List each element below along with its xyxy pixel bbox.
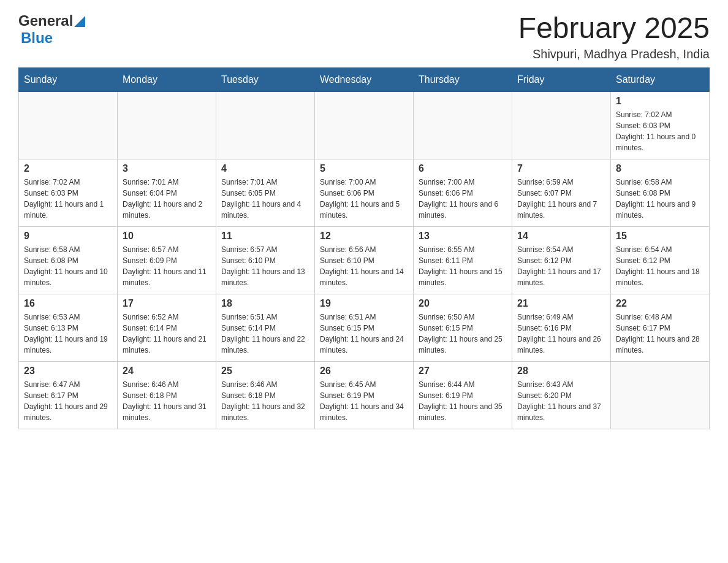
day-number: 4 [221,163,309,174]
day-info: Sunrise: 6:58 AMSunset: 6:08 PMDaylight:… [24,244,112,288]
calendar-week-row: 9Sunrise: 6:58 AMSunset: 6:08 PMDaylight… [19,226,710,294]
day-number: 27 [419,366,507,377]
day-info: Sunrise: 6:51 AMSunset: 6:14 PMDaylight:… [221,312,309,356]
header-sunday: Sunday [19,67,118,91]
day-info: Sunrise: 6:55 AMSunset: 6:11 PMDaylight:… [419,244,507,288]
table-row: 10Sunrise: 6:57 AMSunset: 6:09 PMDayligh… [118,226,216,294]
day-number: 22 [616,298,704,309]
page-header: General Blue February 2025 Shivpuri, Mad… [18,12,710,61]
day-number: 10 [123,231,211,242]
table-row: 2Sunrise: 7:02 AMSunset: 6:03 PMDaylight… [19,159,118,226]
day-number: 7 [517,163,605,174]
table-row: 27Sunrise: 6:44 AMSunset: 6:19 PMDayligh… [414,361,512,429]
table-row: 14Sunrise: 6:54 AMSunset: 6:12 PMDayligh… [512,226,611,294]
day-number: 25 [221,366,309,377]
day-info: Sunrise: 6:54 AMSunset: 6:12 PMDaylight:… [517,244,605,288]
day-number: 2 [24,163,112,174]
logo-blue-text: Blue [21,29,53,47]
title-block: February 2025 Shivpuri, Madhya Pradesh, … [518,12,710,61]
header-wednesday: Wednesday [315,67,414,91]
day-number: 8 [616,163,704,174]
day-number: 15 [616,231,704,242]
day-number: 5 [320,163,408,174]
day-info: Sunrise: 6:44 AMSunset: 6:19 PMDaylight:… [419,379,507,423]
table-row: 24Sunrise: 6:46 AMSunset: 6:18 PMDayligh… [118,361,216,429]
table-row: 7Sunrise: 6:59 AMSunset: 6:07 PMDaylight… [512,159,611,226]
day-info: Sunrise: 6:54 AMSunset: 6:12 PMDaylight:… [616,244,704,288]
table-row: 4Sunrise: 7:01 AMSunset: 6:05 PMDaylight… [216,159,315,226]
table-row: 26Sunrise: 6:45 AMSunset: 6:19 PMDayligh… [315,361,414,429]
logo: General Blue [18,12,85,47]
day-info: Sunrise: 6:57 AMSunset: 6:10 PMDaylight:… [221,244,309,288]
table-row [611,361,710,429]
day-info: Sunrise: 6:51 AMSunset: 6:15 PMDaylight:… [320,312,408,356]
day-number: 14 [517,231,605,242]
day-number: 21 [517,298,605,309]
table-row: 15Sunrise: 6:54 AMSunset: 6:12 PMDayligh… [611,226,710,294]
day-info: Sunrise: 6:49 AMSunset: 6:16 PMDaylight:… [517,312,605,356]
day-info: Sunrise: 6:46 AMSunset: 6:18 PMDaylight:… [123,379,211,423]
day-info: Sunrise: 7:01 AMSunset: 6:05 PMDaylight:… [221,177,309,221]
table-row [512,91,611,159]
day-number: 13 [419,231,507,242]
day-number: 20 [419,298,507,309]
table-row: 12Sunrise: 6:56 AMSunset: 6:10 PMDayligh… [315,226,414,294]
day-number: 11 [221,231,309,242]
table-row: 3Sunrise: 7:01 AMSunset: 6:04 PMDaylight… [118,159,216,226]
table-row: 23Sunrise: 6:47 AMSunset: 6:17 PMDayligh… [19,361,118,429]
table-row: 8Sunrise: 6:58 AMSunset: 6:08 PMDaylight… [611,159,710,226]
day-number: 24 [123,366,211,377]
day-info: Sunrise: 6:56 AMSunset: 6:10 PMDaylight:… [320,244,408,288]
table-row: 25Sunrise: 6:46 AMSunset: 6:18 PMDayligh… [216,361,315,429]
day-number: 3 [123,163,211,174]
table-row: 21Sunrise: 6:49 AMSunset: 6:16 PMDayligh… [512,294,611,361]
table-row: 18Sunrise: 6:51 AMSunset: 6:14 PMDayligh… [216,294,315,361]
day-info: Sunrise: 7:02 AMSunset: 6:03 PMDaylight:… [616,109,704,153]
logo-flag-icon [74,16,85,27]
table-row [414,91,512,159]
svg-marker-0 [74,16,85,27]
calendar-week-row: 23Sunrise: 6:47 AMSunset: 6:17 PMDayligh… [19,361,710,429]
day-number: 26 [320,366,408,377]
calendar-header-row: Sunday Monday Tuesday Wednesday Thursday… [19,67,710,91]
day-number: 16 [24,298,112,309]
day-info: Sunrise: 7:01 AMSunset: 6:04 PMDaylight:… [123,177,211,221]
table-row: 16Sunrise: 6:53 AMSunset: 6:13 PMDayligh… [19,294,118,361]
table-row: 22Sunrise: 6:48 AMSunset: 6:17 PMDayligh… [611,294,710,361]
table-row [216,91,315,159]
month-title: February 2025 [518,12,710,45]
day-info: Sunrise: 7:00 AMSunset: 6:06 PMDaylight:… [419,177,507,221]
table-row: 19Sunrise: 6:51 AMSunset: 6:15 PMDayligh… [315,294,414,361]
header-thursday: Thursday [414,67,512,91]
day-number: 28 [517,366,605,377]
header-tuesday: Tuesday [216,67,315,91]
table-row: 6Sunrise: 7:00 AMSunset: 6:06 PMDaylight… [414,159,512,226]
table-row: 1Sunrise: 7:02 AMSunset: 6:03 PMDaylight… [611,91,710,159]
location-title: Shivpuri, Madhya Pradesh, India [518,47,710,61]
day-number: 9 [24,231,112,242]
header-saturday: Saturday [611,67,710,91]
day-info: Sunrise: 6:47 AMSunset: 6:17 PMDaylight:… [24,379,112,423]
day-number: 19 [320,298,408,309]
day-info: Sunrise: 7:02 AMSunset: 6:03 PMDaylight:… [24,177,112,221]
table-row: 9Sunrise: 6:58 AMSunset: 6:08 PMDaylight… [19,226,118,294]
header-friday: Friday [512,67,611,91]
table-row: 20Sunrise: 6:50 AMSunset: 6:15 PMDayligh… [414,294,512,361]
calendar-week-row: 16Sunrise: 6:53 AMSunset: 6:13 PMDayligh… [19,294,710,361]
day-info: Sunrise: 6:57 AMSunset: 6:09 PMDaylight:… [123,244,211,288]
day-info: Sunrise: 6:46 AMSunset: 6:18 PMDaylight:… [221,379,309,423]
day-number: 12 [320,231,408,242]
table-row: 28Sunrise: 6:43 AMSunset: 6:20 PMDayligh… [512,361,611,429]
table-row: 5Sunrise: 7:00 AMSunset: 6:06 PMDaylight… [315,159,414,226]
day-info: Sunrise: 6:43 AMSunset: 6:20 PMDaylight:… [517,379,605,423]
table-row: 17Sunrise: 6:52 AMSunset: 6:14 PMDayligh… [118,294,216,361]
day-number: 6 [419,163,507,174]
table-row [118,91,216,159]
day-info: Sunrise: 6:53 AMSunset: 6:13 PMDaylight:… [24,312,112,356]
calendar-week-row: 1Sunrise: 7:02 AMSunset: 6:03 PMDaylight… [19,91,710,159]
header-monday: Monday [118,67,216,91]
day-number: 1 [616,96,704,107]
day-info: Sunrise: 6:48 AMSunset: 6:17 PMDaylight:… [616,312,704,356]
day-info: Sunrise: 7:00 AMSunset: 6:06 PMDaylight:… [320,177,408,221]
day-info: Sunrise: 6:59 AMSunset: 6:07 PMDaylight:… [517,177,605,221]
